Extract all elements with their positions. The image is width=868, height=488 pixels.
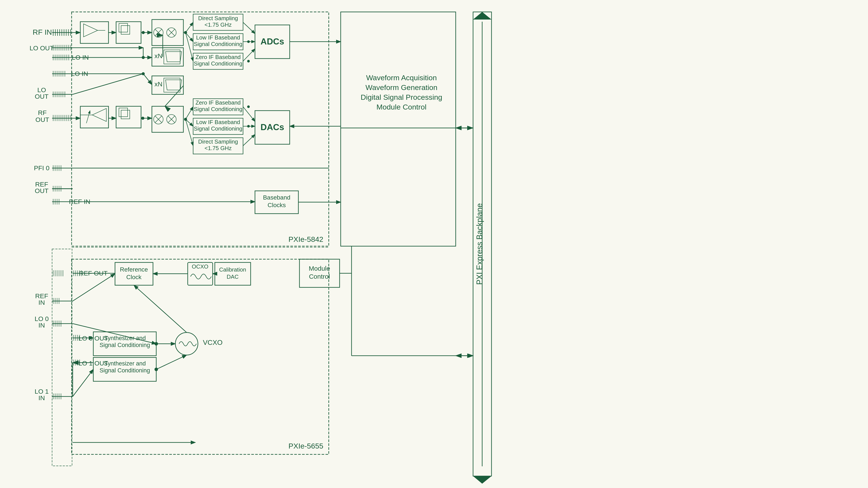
xn-2-label: xN	[155, 80, 162, 88]
lo0-in-label: LO 0	[34, 315, 49, 322]
xn-top-label: xN	[155, 52, 162, 59]
low-if-bottom-label2: Signal Conditioning	[194, 125, 242, 132]
reference-clock-label: Reference	[120, 266, 148, 273]
ref-out-top-label: REF	[35, 181, 48, 188]
svg-point-57	[247, 60, 250, 62]
synth-sc-1-label2: Signal Conditioning	[100, 342, 150, 348]
dsp-label: Digital Signal Processing	[361, 93, 442, 101]
ref-in-bottom-label2: IN	[38, 299, 45, 306]
reference-clock-label2: Clock	[126, 274, 142, 281]
direct-sampling-top-label2: <1.75 GHz	[205, 22, 231, 28]
zero-if-bottom-label2: Signal Conditioning	[194, 106, 242, 112]
lo-out-2-label: LO	[37, 86, 46, 94]
synth-sc-2-label: Synthesizer and	[104, 360, 146, 367]
cal-dac-label2: DAC	[227, 273, 239, 280]
rf-in-label: RF IN	[33, 28, 52, 36]
pxie5655-label: PXIe-5655	[288, 442, 323, 450]
pxi-express-label: PXI Express Backplane	[475, 203, 484, 285]
rf-out-label2: OUT	[35, 116, 49, 123]
pxie5842-label: PXIe-5842	[288, 235, 323, 243]
ocxo-label: OCXO	[192, 263, 209, 270]
lo1-in-label2: IN	[38, 394, 45, 401]
low-if-top-label2: Signal Conditioning	[194, 41, 242, 47]
lo1-in-label: LO 1	[34, 388, 49, 395]
zero-if-bottom-label: Zero IF Baseband	[195, 99, 241, 106]
svg-point-151	[247, 105, 250, 108]
baseband-clocks-label2: Clocks	[268, 202, 286, 208]
pfi0-label: PFI 0	[34, 164, 50, 171]
vcxo-label: VCXO	[203, 338, 223, 346]
lo-out-2-label2: OUT	[35, 93, 49, 100]
zero-if-top-label: Zero IF Baseband	[195, 54, 241, 60]
adcs-label: ADCs	[260, 37, 284, 46]
dacs-label: DACs	[260, 122, 284, 132]
waveform-acq-label: Waveform Acquisition	[366, 73, 437, 82]
ref-in-bottom-label: REF	[35, 292, 48, 299]
synth-sc-2-label2: Signal Conditioning	[100, 367, 150, 374]
zero-if-top-label2: Signal Conditioning	[194, 60, 242, 67]
lo-out-top-label: LO OUT	[30, 44, 54, 52]
module-ctrl-top-label: Module Control	[376, 103, 427, 111]
waveform-gen-label: Waveform Generation	[365, 83, 437, 92]
low-if-top-label: Low IF Baseband	[196, 34, 240, 41]
svg-rect-7	[0, 0, 868, 488]
direct-sampling-top-label: Direct Sampling	[198, 15, 238, 22]
cal-dac-label: Calibration	[219, 266, 246, 273]
module-ctrl-bottom-label2: Control	[309, 273, 330, 280]
rf-out-label: RF	[38, 109, 46, 116]
low-if-bottom-label: Low IF Baseband	[196, 119, 240, 125]
direct-sampling-bottom-label: Direct Sampling	[198, 138, 238, 145]
module-ctrl-bottom-label: Module	[309, 265, 330, 272]
lo0-in-label2: IN	[38, 322, 45, 329]
baseband-clocks-label: Baseband	[263, 194, 290, 201]
direct-sampling-bottom-label2: <1.75 GHz	[205, 145, 231, 152]
ref-out-top-label2: OUT	[35, 187, 49, 194]
